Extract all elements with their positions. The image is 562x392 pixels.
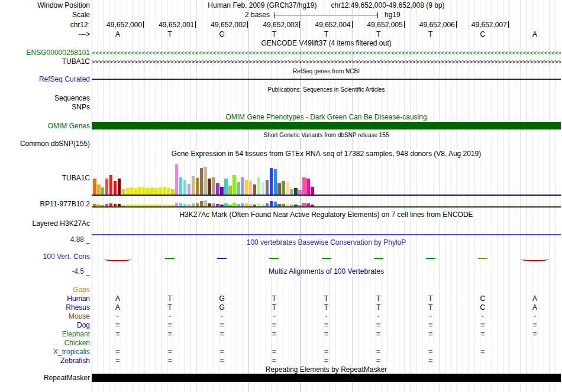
conservation-track-label: 100 Vert. Cons bbox=[43, 252, 90, 261]
gtex-expression-bar-2 bbox=[298, 205, 302, 206]
gtex-expression-bar-2 bbox=[270, 201, 273, 206]
gtex-gene1-label[interactable]: TUBA1C bbox=[62, 174, 90, 182]
gtex-expression-bar-2 bbox=[208, 203, 211, 206]
conservation-track-title: 100 vertebrates Basewise Conservation by… bbox=[92, 238, 561, 247]
gtex-expression-bar-2 bbox=[192, 203, 195, 206]
gtex-expression-bar bbox=[302, 177, 306, 195]
dbsnp-track-title: Short Genetic Variants from dbSNP releas… bbox=[92, 131, 561, 139]
tuba1c-transcript-arrows[interactable]: >>>>>>>>>>>>>>>>>>>>>>>>>>>>>>>>>>>>>>>>… bbox=[92, 58, 561, 66]
phylop-mark bbox=[165, 258, 175, 259]
gtex-gene2-label[interactable]: RP11-977B10.2 bbox=[40, 200, 90, 208]
gtex-expression-bar bbox=[245, 180, 248, 195]
alignment-cell: T bbox=[376, 303, 380, 312]
scale-label: Scale bbox=[72, 11, 90, 19]
gtex-expression-bar bbox=[171, 189, 175, 195]
gtex-expression-bar-2 bbox=[146, 205, 150, 206]
gtex-expression-bar bbox=[101, 187, 105, 195]
gtex-expression-bar bbox=[159, 187, 162, 195]
ensg-transcript-arrows[interactable]: <<<<<<<<<<<<<<<<<<<<<<<<<<<<<<<<<<<<<<<<… bbox=[92, 49, 561, 57]
gtex-expression-bar-2 bbox=[101, 205, 105, 206]
gtex-expression-bar bbox=[277, 183, 281, 195]
h3k27ac-baseline[interactable] bbox=[92, 234, 561, 235]
alignment-cell: A bbox=[115, 294, 120, 303]
gtex-expression-bar-2 bbox=[175, 203, 179, 206]
phylop-mark bbox=[322, 258, 331, 259]
gtex-expression-bar-2 bbox=[179, 203, 183, 206]
chromosome-label: chr12: bbox=[70, 21, 90, 29]
scale-assembly-label: hg19 bbox=[383, 11, 402, 19]
alignment-cell: = bbox=[480, 330, 485, 338]
position-tick bbox=[299, 21, 300, 28]
gtex-tuba1c-baseline[interactable] bbox=[92, 195, 561, 196]
alignment-cell: = bbox=[272, 330, 276, 338]
base-letter: G bbox=[219, 30, 225, 38]
phylop-mark bbox=[269, 258, 279, 259]
alignment-cell: A bbox=[115, 303, 120, 312]
refseq-curated-label[interactable]: RefSeq Curated bbox=[39, 75, 90, 83]
gtex-expression-bar bbox=[105, 179, 109, 195]
gtex-expression-bar bbox=[261, 182, 265, 195]
alignment-cell: = bbox=[168, 348, 172, 356]
gtex-expression-bar-2 bbox=[134, 205, 137, 206]
alignment-cell: = bbox=[480, 321, 485, 329]
gtex-expression-bar bbox=[192, 176, 195, 195]
alignment-cell: - bbox=[534, 312, 536, 320]
gencode-item-tuba1c-label[interactable]: TUBA1C bbox=[62, 57, 90, 66]
gtex-expression-bar-2 bbox=[220, 205, 224, 206]
alignment-cell: T bbox=[167, 294, 172, 303]
conservation-min-label: -4.5 _ bbox=[72, 267, 90, 276]
position-text: chr12:49,652,000-49,652,008 (9 bp) bbox=[328, 1, 447, 9]
gtex-expression-bar-2 bbox=[286, 204, 289, 206]
phylop-mark bbox=[426, 258, 435, 259]
common-dbsnp-label: Common dbSNP(155) bbox=[20, 140, 90, 148]
gtex-expression-bar-2 bbox=[212, 203, 215, 206]
gtex-expression-bar bbox=[249, 181, 253, 195]
gtex-expression-bar bbox=[224, 179, 228, 195]
gtex-expression-bar bbox=[253, 184, 257, 195]
gtex-expression-bar-2 bbox=[294, 205, 298, 206]
repeatmasker-bar[interactable] bbox=[92, 374, 561, 382]
refseq-gene-line[interactable] bbox=[92, 79, 561, 80]
alignment-cell: T bbox=[324, 294, 328, 303]
gtex-expression-bar bbox=[146, 188, 150, 195]
gtex-expression-bar-2 bbox=[130, 205, 133, 206]
gtex-rp11-baseline[interactable] bbox=[92, 206, 561, 208]
position-tick bbox=[352, 21, 353, 28]
gtex-expression-bar bbox=[216, 183, 219, 195]
phylop-mark bbox=[374, 258, 383, 259]
alignment-cell: = bbox=[220, 330, 224, 338]
multiz-label-rhesus: Rhesus bbox=[66, 303, 90, 312]
alignment-cell: = bbox=[220, 357, 224, 365]
alignment-cell: = bbox=[324, 357, 328, 365]
alignment-cell: = bbox=[116, 348, 120, 356]
gtex-expression-bar bbox=[154, 188, 158, 195]
gtex-expression-bar-2 bbox=[114, 204, 117, 206]
omim-gene-bar[interactable] bbox=[92, 122, 561, 129]
multiz-label-elephant: Elephant bbox=[62, 330, 90, 338]
gtex-expression-bar-2 bbox=[249, 204, 253, 206]
gtex-expression-bar-2 bbox=[237, 204, 240, 206]
base-letter: T bbox=[376, 30, 380, 38]
position-label: 49,652,002 bbox=[211, 21, 246, 29]
tracks-image-area[interactable]: Human Feb. 2009 (GRCh37/hg19)chr12:49,65… bbox=[92, 0, 561, 392]
repeatmasker-label: RepeatMasker bbox=[44, 374, 90, 382]
alignment-cell: = bbox=[168, 330, 172, 338]
position-label: 49,652,005 bbox=[367, 21, 403, 29]
gtex-expression-bar bbox=[109, 175, 113, 195]
sequences-label: Sequences bbox=[54, 94, 90, 102]
gtex-expression-bar-2 bbox=[188, 205, 191, 206]
position-label: 49,652,003 bbox=[263, 21, 298, 29]
alignment-cell: T bbox=[272, 303, 276, 312]
omim-genes-label[interactable]: OMIM Genes bbox=[48, 122, 90, 130]
alignment-cell: = bbox=[532, 321, 537, 329]
alignment-cell: = bbox=[324, 321, 328, 329]
gtex-track-title: Gene Expression in 54 tissues from GTEx … bbox=[92, 150, 561, 158]
repeatmasker-track-title: Repeating Elements by RepeatMasker bbox=[92, 365, 561, 374]
gtex-expression-bar bbox=[138, 187, 141, 195]
gencode-item-ensg-label[interactable]: ENSG00000258101 bbox=[27, 48, 90, 57]
alignment-cell: = bbox=[168, 321, 172, 329]
alignment-cell: = bbox=[116, 330, 120, 338]
alignment-cell: T bbox=[376, 294, 380, 303]
alignment-cell: = bbox=[220, 321, 224, 329]
gtex-expression-bar-2 bbox=[253, 205, 257, 206]
